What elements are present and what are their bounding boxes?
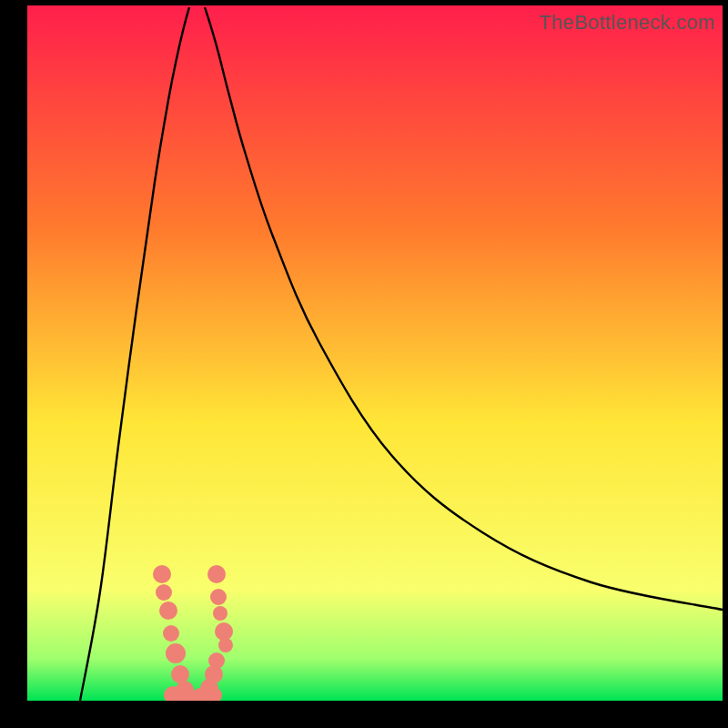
data-marker: [166, 643, 186, 663]
plot-area: TheBottleneck.com: [27, 5, 723, 701]
data-marker: [153, 565, 171, 583]
chart-frame: TheBottleneck.com: [0, 0, 728, 728]
data-marker: [171, 665, 189, 683]
data-marker: [163, 625, 179, 642]
watermark-text: TheBottleneck.com: [540, 11, 715, 35]
marker-cluster: [153, 565, 233, 701]
curve-left-branch: [80, 7, 189, 701]
data-marker: [156, 584, 172, 601]
data-marker: [215, 622, 233, 641]
data-marker: [207, 565, 226, 583]
data-marker: [218, 638, 233, 652]
curves-layer: [27, 5, 723, 701]
data-marker: [213, 606, 228, 621]
data-marker: [159, 602, 177, 620]
data-marker: [210, 589, 227, 605]
curve-right-branch: [205, 7, 723, 610]
